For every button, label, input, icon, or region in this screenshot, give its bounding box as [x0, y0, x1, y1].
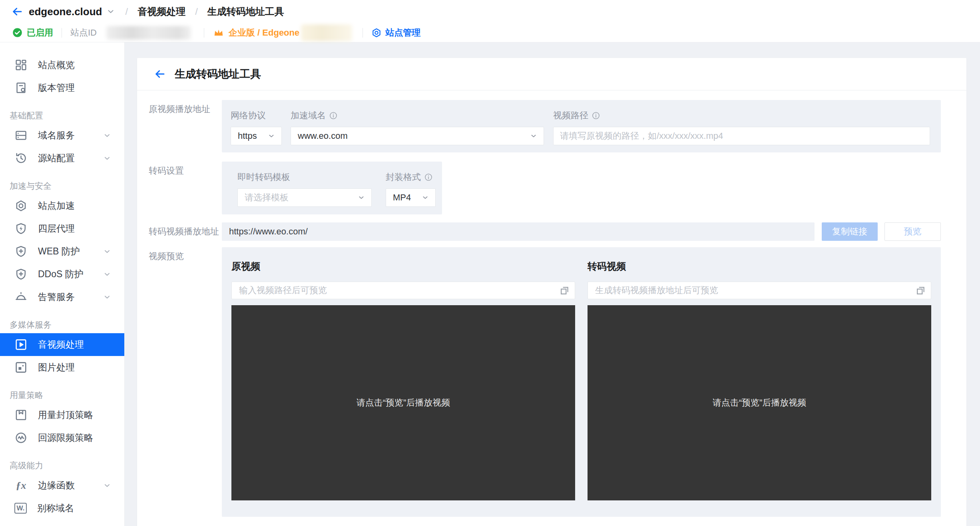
back-icon[interactable]	[11, 6, 23, 18]
copy-link-button[interactable]: 复制链接	[822, 222, 878, 241]
hexagon-gear-icon	[14, 199, 28, 212]
video-preview-row: 视频预览 原视频 请点击“预览”后播放视频	[149, 241, 966, 517]
sidebar-section-basic-config: 基础配置	[0, 110, 124, 122]
player-message: 请点击“预览”后播放视频	[713, 397, 807, 409]
original-video-player: 请点击“预览”后播放视频	[231, 305, 575, 500]
protocol-value: https	[238, 131, 257, 141]
sidebar-item-domain-service[interactable]: 域名服务	[0, 124, 124, 147]
video-path-input[interactable]	[553, 127, 930, 145]
shield-plus-icon	[14, 268, 28, 281]
breadcrumb-item-current: 生成转码地址工具	[207, 5, 284, 18]
video-preview-panel: 原视频 请点击“预览”后播放视频 转码视频	[222, 247, 941, 517]
transcode-settings-row: 转码设置 即时转码模板 请选择模板 封装	[149, 152, 966, 214]
original-video-column: 原视频 请点击“预览”后播放视频	[231, 258, 575, 517]
alarm-bell-icon	[14, 290, 28, 304]
chevron-down-icon	[421, 193, 430, 202]
topbar: edgeone.cloud / 音视频处理 / 生成转码地址工具 已启用 站点I…	[0, 0, 980, 42]
chevron-down-icon	[267, 132, 276, 140]
generated-url-row: 转码视频播放地址 https://www.eo.com/ 复制链接 预览	[149, 222, 966, 241]
sidebar-item-l4-proxy[interactable]: 四层代理	[0, 217, 124, 240]
site-manage-label: 站点管理	[385, 27, 420, 39]
document-gear-icon	[14, 81, 28, 94]
template-select[interactable]: 请选择模板	[237, 188, 372, 207]
info-icon[interactable]	[329, 111, 338, 120]
sidebar-item-alias-domain[interactable]: W. 别称域名	[0, 497, 124, 520]
protocol-label: 网络协议	[231, 110, 282, 122]
sidebar-item-label: WEB 防护	[38, 245, 80, 258]
chevron-down-icon	[103, 270, 112, 279]
protocol-select[interactable]: https	[231, 127, 282, 145]
site-id-label: 站点ID	[70, 27, 97, 39]
site-manage-link[interactable]: 站点管理	[371, 27, 420, 39]
site-status-bar: 已启用 站点ID 企业版 / Edgeone 站点管理	[0, 23, 980, 42]
site-switcher[interactable]: edgeone.cloud	[29, 6, 102, 18]
shield-lightning-icon	[14, 222, 28, 235]
chevron-down-icon	[529, 132, 538, 140]
sidebar-item-site-acceleration[interactable]: 站点加速	[0, 194, 124, 217]
divider	[363, 28, 363, 38]
transcoded-video-player: 请点击“预览”后播放视频	[588, 305, 931, 500]
divider	[204, 28, 204, 38]
sidebar-item-site-overview[interactable]: 站点概览	[0, 54, 124, 76]
image-icon	[14, 361, 28, 374]
chevron-down-icon[interactable]	[106, 7, 116, 16]
sidebar-item-ddos-protection[interactable]: DDoS 防护	[0, 263, 124, 286]
format-label: 封装格式	[386, 171, 421, 183]
sidebar-item-usage-cap-policy[interactable]: 用量封顶策略	[0, 404, 124, 426]
sidebar-item-label: 站点加速	[38, 200, 75, 212]
fx-icon: ƒx	[14, 479, 28, 492]
source-url-row: 原视频播放地址 网络协议 https 加	[149, 100, 966, 152]
format-value: MP4	[393, 192, 411, 203]
video-path-label: 视频路径	[553, 110, 588, 122]
original-video-path-input[interactable]	[233, 282, 559, 298]
copy-icon[interactable]	[559, 285, 570, 296]
generated-url-label: 转码视频播放地址	[149, 226, 222, 238]
format-select[interactable]: MP4	[386, 188, 436, 207]
chevron-down-icon	[103, 154, 112, 163]
hexagon-badge-icon	[371, 28, 382, 38]
transcode-tool-card: 生成转码地址工具 原视频播放地址 网络协议 https	[137, 58, 966, 526]
source-url-panel: 网络协议 https 加速域名	[222, 100, 941, 152]
breadcrumb-item-media[interactable]: 音视频处理	[137, 5, 185, 18]
sidebar-item-web-protection[interactable]: WEB 防护	[0, 240, 124, 263]
divider	[62, 28, 62, 38]
redacted-site-id	[106, 26, 191, 40]
sidebar-item-origin-config[interactable]: 源站配置	[0, 147, 124, 170]
info-icon[interactable]	[592, 111, 600, 120]
domain-value: www.eo.com	[298, 131, 348, 141]
chevron-down-icon	[103, 293, 112, 302]
status-badge: 已启用	[12, 27, 53, 39]
sidebar-item-origin-rate-limit-policy[interactable]: 回源限频策略	[0, 426, 124, 449]
sidebar-item-label: 域名服务	[38, 129, 75, 142]
template-placeholder: 请选择模板	[245, 192, 289, 204]
player-message: 请点击“预览”后播放视频	[357, 397, 450, 409]
back-icon[interactable]	[154, 68, 166, 80]
sidebar-item-label: 四层代理	[38, 222, 75, 235]
generated-url-field: https://www.eo.com/	[222, 222, 815, 241]
sidebar-item-alert-service[interactable]: 告警服务	[0, 286, 124, 308]
chevron-down-icon	[103, 481, 112, 490]
domain-label: 加速域名	[291, 110, 326, 122]
sidebar-item-image-processing[interactable]: 图片处理	[0, 356, 124, 379]
transcoded-video-url-input[interactable]	[589, 282, 915, 298]
sidebar-item-label: 别称域名	[37, 502, 74, 514]
sidebar-item-label: 音视频处理	[38, 338, 84, 351]
bookmark-box-icon	[14, 408, 28, 422]
sidebar-item-edge-functions[interactable]: ƒx 边缘函数	[0, 474, 124, 497]
breadcrumb-separator: /	[125, 6, 128, 17]
sidebar-item-label: 边缘函数	[38, 479, 75, 492]
sidebar-item-version-management[interactable]: 版本管理	[0, 76, 124, 99]
source-url-label: 原视频播放地址	[149, 100, 222, 115]
crown-icon	[213, 27, 225, 39]
chevron-down-icon	[357, 193, 366, 202]
sidebar-item-media-processing[interactable]: 音视频处理	[0, 333, 124, 356]
main-content: 生成转码地址工具 原视频播放地址 网络协议 https	[125, 42, 980, 526]
preview-button[interactable]: 预览	[884, 222, 941, 241]
transcode-settings-panel: 即时转码模板 请选择模板 封装格式	[222, 162, 442, 214]
info-icon[interactable]	[424, 173, 433, 182]
copy-icon[interactable]	[915, 285, 926, 296]
sidebar-item-label: 用量封顶策略	[38, 409, 93, 421]
sidebar: 站点概览 版本管理 基础配置 域名服务 源站配置 加速与安全 站点加速	[0, 42, 125, 526]
domain-select[interactable]: www.eo.com	[291, 127, 544, 145]
sidebar-item-label: 告警服务	[38, 291, 75, 303]
